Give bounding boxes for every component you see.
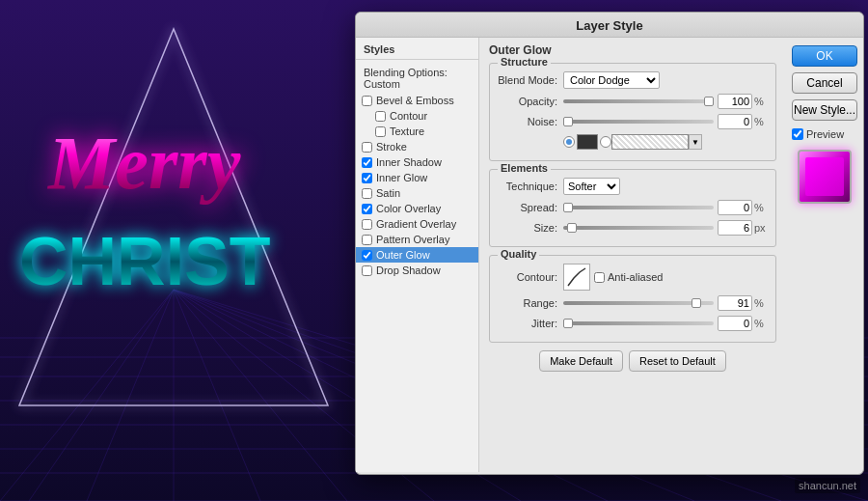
technique-row: Technique: Softer Precise [498, 178, 768, 195]
outer-glow-section-title: Outer Glow [489, 43, 776, 57]
noise-unit: % [754, 116, 768, 127]
spread-slider[interactable] [563, 206, 714, 209]
contour-thumbnail[interactable] [563, 264, 590, 291]
styles-divider [356, 59, 478, 60]
jitter-value-input[interactable] [718, 316, 752, 331]
settings-panel: Outer Glow Structure Blend Mode: Color D… [479, 38, 786, 472]
styles-panel: Styles Blending Options: Custom Bevel & … [356, 38, 479, 472]
stroke-checkbox[interactable] [362, 142, 372, 153]
outer-glow-checkbox[interactable] [362, 250, 372, 261]
radio-solid-color[interactable] [563, 136, 575, 148]
style-item-gradient-overlay[interactable]: Gradient Overlay [356, 216, 478, 232]
technique-select[interactable]: Softer Precise [563, 178, 620, 195]
inner-glow-checkbox[interactable] [362, 173, 372, 183]
elements-section: Elements Technique: Softer Precise Sprea… [489, 169, 776, 247]
anti-aliased-checkbox[interactable] [594, 272, 605, 283]
jitter-label: Jitter: [498, 318, 563, 329]
noise-row: Noise: % [498, 114, 768, 129]
contour-svg [566, 266, 587, 288]
watermark: shancun.net [795, 478, 860, 493]
preview-inner [805, 157, 844, 196]
reset-to-default-button[interactable]: Reset to Default [629, 350, 726, 372]
make-default-button[interactable]: Make Default [539, 350, 623, 372]
range-row: Range: % [498, 295, 768, 311]
style-item-texture[interactable]: Texture [356, 124, 478, 139]
style-item-inner-glow[interactable]: Inner Glow [356, 170, 478, 185]
gradient-color-swatch[interactable] [611, 134, 689, 150]
style-item-inner-shadow[interactable]: Inner Shadow [356, 154, 478, 170]
size-label: Size: [498, 222, 563, 234]
preview-label: Preview [806, 128, 844, 140]
svg-text:Merry: Merry [46, 121, 241, 205]
dialog-title: Layer Style [356, 13, 863, 38]
range-value-input[interactable] [718, 295, 752, 311]
opacity-slider[interactable] [563, 99, 714, 103]
inner-shadow-checkbox[interactable] [362, 157, 372, 168]
blend-mode-select[interactable]: Color Dodge Normal Screen [563, 71, 660, 89]
preview-row: Preview [792, 128, 857, 140]
bottom-buttons: Make Default Reset to Default [489, 350, 776, 372]
layer-style-dialog: Layer Style Styles Blending Options: Cus… [355, 12, 864, 475]
elements-label: Elements [498, 162, 551, 174]
style-item-contour[interactable]: Contour [356, 108, 478, 124]
style-item-satin[interactable]: Satin [356, 185, 478, 201]
jitter-slider[interactable] [563, 321, 714, 325]
blend-mode-label: Blend Mode: [498, 74, 563, 86]
contour-row: Contour: Anti-aliased [498, 264, 768, 291]
new-style-button[interactable]: New Style... [792, 99, 857, 121]
color-overlay-checkbox[interactable] [362, 204, 372, 214]
texture-checkbox[interactable] [375, 126, 386, 137]
spread-unit: % [754, 202, 768, 213]
contour-label: Contour: [498, 271, 563, 283]
preview-checkbox[interactable] [792, 128, 803, 140]
size-row: Size: px [498, 220, 768, 236]
solid-color-swatch[interactable] [577, 134, 598, 150]
opacity-row: Opacity: % [498, 94, 768, 109]
noise-label: Noise: [498, 116, 563, 127]
bevel-checkbox[interactable] [362, 96, 372, 106]
gradient-overlay-checkbox[interactable] [362, 219, 372, 230]
blend-mode-row: Blend Mode: Color Dodge Normal Screen [498, 71, 768, 89]
spread-row: Spread: % [498, 200, 768, 215]
size-value-input[interactable] [718, 220, 752, 236]
color-dropdown-btn[interactable]: ▼ [689, 134, 702, 150]
anti-aliased-label: Anti-aliased [594, 271, 663, 283]
style-item-pattern-overlay[interactable]: Pattern Overlay [356, 232, 478, 247]
size-unit: px [754, 222, 768, 234]
quality-label: Quality [498, 248, 539, 260]
noise-value-input[interactable] [718, 114, 752, 129]
contour-checkbox[interactable] [375, 111, 386, 122]
color-source-row: ▼ [498, 134, 768, 150]
style-item-stroke[interactable]: Stroke [356, 139, 478, 154]
ok-button[interactable]: OK [792, 45, 857, 67]
button-panel: OK Cancel New Style... Preview [786, 38, 863, 472]
svg-text:CHRIST: CHRIST [19, 224, 271, 299]
spread-value-input[interactable] [718, 200, 752, 215]
structure-label: Structure [498, 56, 551, 68]
style-item-bevel[interactable]: Bevel & Emboss [356, 93, 478, 108]
quality-section: Quality Contour: Anti-aliased [489, 255, 776, 343]
technique-label: Technique: [498, 181, 563, 192]
style-item-drop-shadow[interactable]: Drop Shadow [356, 263, 478, 278]
style-item-color-overlay[interactable]: Color Overlay [356, 201, 478, 216]
pattern-overlay-checkbox[interactable] [362, 235, 372, 245]
size-slider[interactable] [563, 226, 714, 230]
cancel-button[interactable]: Cancel [792, 72, 857, 94]
style-item-outer-glow[interactable]: Outer Glow [356, 247, 478, 263]
jitter-row: Jitter: % [498, 316, 768, 331]
noise-slider[interactable] [563, 120, 714, 124]
opacity-value-input[interactable] [718, 94, 752, 109]
range-slider[interactable] [563, 301, 714, 305]
preview-swatch [798, 150, 852, 204]
range-unit: % [754, 297, 768, 309]
opacity-unit: % [754, 96, 768, 107]
drop-shadow-checkbox[interactable] [362, 265, 372, 276]
satin-checkbox[interactable] [362, 188, 372, 199]
dialog-body: Styles Blending Options: Custom Bevel & … [356, 38, 863, 472]
radio-gradient-color[interactable] [600, 136, 611, 148]
jitter-unit: % [754, 318, 768, 329]
blending-options-item[interactable]: Blending Options: Custom [356, 64, 478, 93]
opacity-label: Opacity: [498, 96, 563, 107]
spread-label: Spread: [498, 202, 563, 213]
styles-panel-title: Styles [356, 42, 478, 59]
